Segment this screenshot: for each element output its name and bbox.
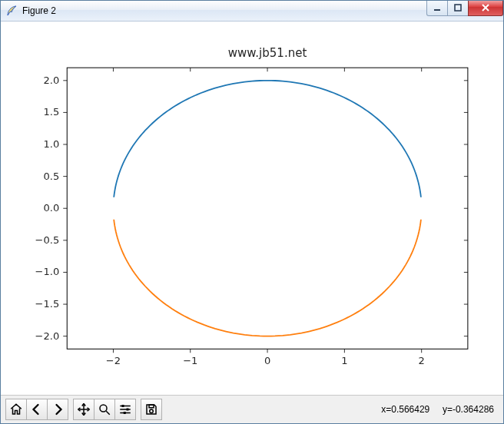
svg-text:−2: −2 <box>106 355 121 366</box>
app-feather-icon <box>5 5 18 17</box>
svg-text:0: 0 <box>264 355 270 366</box>
svg-text:2.0: 2.0 <box>43 74 59 85</box>
minimize-button[interactable] <box>426 1 448 16</box>
svg-text:0.0: 0.0 <box>43 202 59 214</box>
svg-rect-1 <box>455 5 461 11</box>
svg-point-51 <box>150 409 154 413</box>
home-button[interactable] <box>5 399 27 420</box>
back-button[interactable] <box>26 399 48 420</box>
svg-text:1: 1 <box>341 355 347 366</box>
svg-rect-47 <box>122 405 124 407</box>
svg-rect-49 <box>124 412 126 414</box>
svg-text:0.5: 0.5 <box>43 170 59 181</box>
navigation-toolbar: x=0.566429 y=-0.364286 <box>1 395 503 423</box>
maximize-button[interactable] <box>447 1 469 16</box>
save-button[interactable] <box>141 399 162 420</box>
svg-text:−1.0: −1.0 <box>35 266 60 277</box>
svg-text:1.5: 1.5 <box>43 106 59 118</box>
window-title: Figure 2 <box>22 5 56 16</box>
forward-button[interactable] <box>47 399 68 420</box>
zoom-button[interactable] <box>94 399 115 420</box>
svg-text:−1.5: −1.5 <box>35 298 60 310</box>
svg-point-46 <box>100 405 107 412</box>
window-frame: Figure 2 −2−1012−2.0−1.5−1.0−0.50.00.51.… <box>0 0 504 424</box>
titlebar[interactable]: Figure 2 <box>1 1 503 22</box>
configure-subplots-button[interactable] <box>114 399 136 420</box>
pan-button[interactable] <box>73 399 94 420</box>
svg-text:www.jb51.net: www.jb51.net <box>228 46 307 60</box>
svg-text:−1: −1 <box>183 355 197 366</box>
svg-text:1.0: 1.0 <box>43 138 59 150</box>
close-button[interactable] <box>468 1 503 16</box>
svg-rect-2 <box>67 68 468 349</box>
cursor-coords: x=0.566429 y=-0.364286 <box>381 404 499 415</box>
plot-canvas[interactable]: −2−1012−2.0−1.5−1.0−0.50.00.51.01.52.0ww… <box>1 22 503 396</box>
svg-rect-0 <box>434 9 440 11</box>
svg-text:−2.0: −2.0 <box>35 330 60 341</box>
svg-text:−0.5: −0.5 <box>35 234 60 245</box>
window-buttons <box>427 1 503 16</box>
chart-svg: −2−1012−2.0−1.5−1.0−0.50.00.51.01.52.0ww… <box>5 25 499 396</box>
svg-text:2: 2 <box>419 355 425 366</box>
svg-rect-48 <box>127 409 129 411</box>
client-area: −2−1012−2.0−1.5−1.0−0.50.00.51.01.52.0ww… <box>1 22 503 424</box>
svg-rect-50 <box>149 405 154 408</box>
